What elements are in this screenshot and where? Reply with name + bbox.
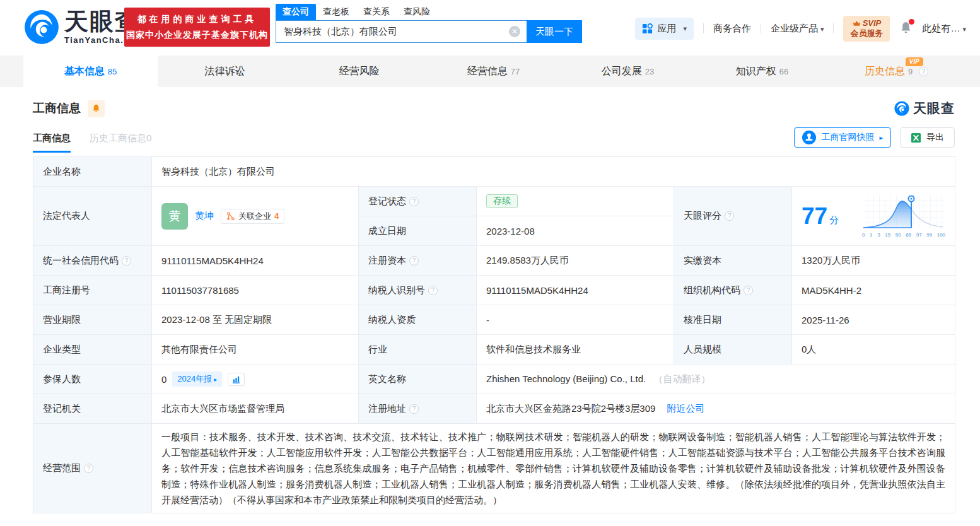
score-axis-ticks: 01 315 5085 9799 100 bbox=[862, 232, 945, 238]
uscc-value: 91110115MAD5K4HH24 bbox=[152, 246, 359, 276]
legal-rep-cell: 黄 黄坤 关联企业 4 bbox=[152, 187, 359, 246]
reg-status-value: 存续 bbox=[477, 187, 674, 216]
status-badge: 存续 bbox=[486, 194, 518, 208]
user-menu[interactable]: 此处有… bbox=[922, 23, 966, 35]
english-name-label-cell: 英文名称 bbox=[359, 365, 477, 394]
help-icon[interactable] bbox=[725, 211, 734, 221]
tianyan-score[interactable]: 77 bbox=[802, 204, 827, 228]
tax-id-label-cell: 纳税人识别号 bbox=[359, 276, 477, 305]
search-tab-risk[interactable]: 查风险 bbox=[397, 4, 437, 20]
clear-search-icon[interactable]: ✕ bbox=[509, 26, 520, 37]
promo-line1: 都在用的商业查询工具 bbox=[137, 14, 257, 25]
table-row: 经营范围 一般项目：技术服务、技术开发、技术咨询、技术交流、技术转让、技术推广；… bbox=[33, 424, 955, 513]
org-code-label-cell: 组织机构代码 bbox=[674, 276, 792, 305]
approval-date-value: 2025-11-26 bbox=[792, 305, 955, 335]
score-distribution-chart: 01 315 5085 9799 100 bbox=[862, 194, 945, 238]
help-icon[interactable] bbox=[919, 67, 928, 76]
industry-label-cell: 行业 bbox=[359, 335, 477, 365]
help-icon[interactable] bbox=[744, 286, 753, 295]
auto-translate-note: （自动翻译） bbox=[653, 373, 710, 384]
svip-sub-label: 会员服务 bbox=[850, 28, 883, 38]
search-tab-boss[interactable]: 查老板 bbox=[316, 4, 356, 20]
svip-label: SVIP bbox=[863, 18, 882, 28]
subtab-row: 工商信息 历史工商信息0 工商官网快照 导出 bbox=[33, 127, 955, 153]
help-icon[interactable] bbox=[428, 286, 438, 295]
tab-operation-risk[interactable]: 经营风险 bbox=[292, 56, 426, 87]
apps-menu[interactable]: 应用 bbox=[635, 18, 694, 40]
org-network-icon bbox=[226, 212, 235, 221]
stamp-icon bbox=[802, 131, 816, 144]
company-type-value: 其他有限责任公司 bbox=[152, 335, 359, 365]
subtab-history-business-info[interactable]: 历史工商信息0 bbox=[90, 132, 151, 153]
company-type-label-cell: 企业类型 bbox=[33, 335, 152, 365]
table-row: 工商注册号 110115037781685 纳税人识别号 91110115MAD… bbox=[33, 276, 955, 305]
company-nav-tabs: 基本信息 85 法律诉讼 经营风险 经营信息 77 公司发展 23 知识产权 6… bbox=[0, 56, 980, 87]
address-value: 北京市大兴区金苑路23号院2号楼3层309 附近公司 bbox=[477, 394, 955, 424]
related-companies-badge[interactable]: 关联企业 4 bbox=[221, 209, 284, 224]
subtab-business-info[interactable]: 工商信息 bbox=[33, 132, 71, 153]
apps-label: 应用 bbox=[657, 23, 676, 35]
tax-id-value: 91110115MAD5K4HH24 bbox=[477, 276, 674, 305]
notification-dot bbox=[909, 19, 914, 25]
paid-capital-label-cell: 实缴资本 bbox=[674, 246, 792, 276]
business-scope-label-cell: 经营范围 bbox=[33, 424, 152, 513]
tab-company-development[interactable]: 公司发展 23 bbox=[561, 56, 695, 87]
search-button[interactable]: 天眼一下 bbox=[527, 20, 582, 43]
apps-grid-icon bbox=[642, 23, 653, 34]
section-title: 工商信息 bbox=[33, 100, 81, 117]
score-label-cell: 天眼评分 bbox=[674, 187, 792, 246]
table-row: 统一社会信用代码 91110115MAD5K4HH24 注册资本 2149.85… bbox=[33, 246, 955, 276]
table-row: 企业名称 智身科技（北京）有限公司 bbox=[33, 157, 955, 187]
search-input[interactable] bbox=[276, 20, 527, 43]
approval-date-label-cell: 核准日期 bbox=[674, 305, 792, 335]
insured-trend-button[interactable] bbox=[228, 373, 245, 386]
help-icon[interactable] bbox=[409, 404, 419, 414]
insured-value: 0 2024年报 bbox=[152, 365, 359, 394]
industry-value: 软件和信息技术服务业 bbox=[477, 335, 674, 365]
export-button[interactable]: 导出 bbox=[900, 127, 955, 148]
reg-no-value: 110115037781685 bbox=[152, 276, 359, 305]
term-value: 2023-12-08 至 无固定期限 bbox=[152, 305, 359, 335]
tab-basic-info[interactable]: 基本信息 85 bbox=[23, 56, 158, 87]
table-row: 企业类型 其他有限责任公司 行业 软件和信息技术服务业 人员规模 0人 bbox=[33, 335, 955, 365]
authority-label-cell: 登记机关 bbox=[33, 394, 152, 424]
section-header: 工商信息 天眼查 bbox=[33, 100, 955, 117]
uscc-label-cell: 统一社会信用代码 bbox=[33, 246, 152, 276]
help-icon[interactable] bbox=[409, 197, 419, 206]
monitor-bell-button[interactable] bbox=[88, 100, 105, 117]
search-tabs: 查公司 查老板 查关系 查风险 bbox=[276, 4, 582, 20]
svip-member-button[interactable]: SVIP 会员服务 bbox=[843, 16, 890, 42]
nearby-companies-link[interactable]: 附近公司 bbox=[667, 403, 705, 414]
tianyancha-logo-icon bbox=[24, 9, 59, 45]
reg-status-label-cell: 登记状态 bbox=[359, 187, 477, 216]
help-icon[interactable] bbox=[122, 256, 131, 266]
annual-report-badge[interactable]: 2024年报 bbox=[172, 371, 222, 387]
enterprise-products-link[interactable]: 企业级产品 bbox=[771, 23, 824, 35]
official-snapshot-button[interactable]: 工商官网快照 bbox=[794, 127, 891, 148]
business-scope-value: 一般项目：技术服务、技术开发、技术咨询、技术交流、技术转让、技术推广；物联网技术… bbox=[152, 424, 955, 513]
tab-history-info[interactable]: VIP 历史信息 9 bbox=[829, 56, 964, 87]
tab-intellectual-property[interactable]: 知识产权 66 bbox=[695, 56, 829, 87]
paid-capital-value: 1320万人民币 bbox=[792, 246, 955, 276]
reg-capital-label-cell: 注册资本 bbox=[359, 246, 477, 276]
legal-rep-link[interactable]: 黄坤 bbox=[195, 210, 214, 222]
search-tab-relation[interactable]: 查关系 bbox=[356, 4, 397, 20]
notifications-bell[interactable] bbox=[899, 21, 913, 37]
tab-operation-info[interactable]: 经营信息 77 bbox=[426, 56, 561, 87]
business-coop-link[interactable]: 商务合作 bbox=[713, 23, 751, 35]
bar-chart-icon bbox=[232, 375, 240, 383]
search-module: 查公司 查老板 查关系 查风险 ✕ 天眼一下 bbox=[276, 4, 582, 43]
tab-legal[interactable]: 法律诉讼 bbox=[158, 56, 292, 87]
english-name-value: Zhishen Technology (Beijing) Co., Ltd. （… bbox=[477, 365, 955, 394]
avatar[interactable]: 黄 bbox=[161, 203, 188, 230]
help-icon[interactable] bbox=[409, 256, 419, 266]
table-row: 法定代表人 黄 黄坤 关联企业 4 登记状态 存续 bbox=[33, 187, 955, 216]
tax-qual-label-cell: 纳税人资质 bbox=[359, 305, 477, 335]
promo-banner: 都在用的商业查询工具 国家中小企业发展子基金旗下机构 bbox=[124, 8, 270, 47]
search-tab-company[interactable]: 查公司 bbox=[276, 4, 316, 20]
help-icon[interactable] bbox=[84, 464, 93, 473]
term-label-cell: 营业期限 bbox=[33, 305, 152, 335]
top-header: 天眼查 TianYanCha.com 都在用的商业查询工具 国家中小企业发展子基… bbox=[0, 0, 980, 56]
insured-label-cell: 参保人数 bbox=[33, 365, 152, 394]
legal-rep-label-cell: 法定代表人 bbox=[33, 187, 152, 246]
